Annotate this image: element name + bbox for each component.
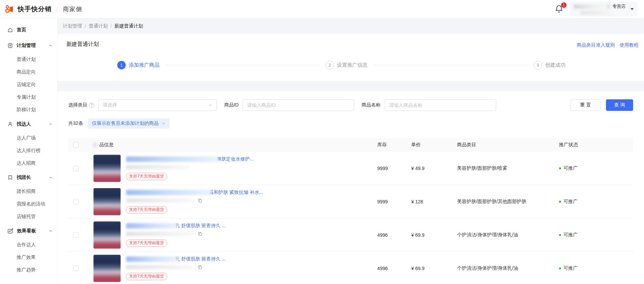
table-header: 品信息 库存 单价 商品类目 推广状态 <box>68 138 633 152</box>
sidebar-item-计划管理[interactable]: 计划管理 <box>0 38 57 53</box>
result-summary-row: 共32条 仅展示在售且未添加计划的商品 <box>68 118 633 129</box>
section-gap <box>57 81 644 91</box>
sidebar-item-效果看板[interactable]: 效果看板 <box>0 223 57 238</box>
sidebar-subitem-推广效果[interactable]: 推广效果 <box>0 251 57 264</box>
table-row: 温和护肤 紧致抗皱 补水...支持7天无理由退货9999¥ 128美容护肤/面部… <box>68 185 633 218</box>
account-menu[interactable]: 专营店 <box>570 2 637 16</box>
step-2-set-promo-info: 2 设置推广信息 <box>326 61 368 69</box>
product-name-input[interactable] <box>385 99 496 111</box>
plan-header-card: 新建普通计划 商品类目准入规则 使用教程 1 添加推广商品 2 设置推广信息 3 <box>57 34 644 81</box>
copy-icon[interactable] <box>198 198 202 203</box>
stock-value: 4996 <box>377 266 411 271</box>
price-value: ¥ 128 <box>411 199 457 204</box>
sidebar-section-3: 找团长团长招商我报名的活动店铺托管 <box>0 170 57 223</box>
home-icon <box>7 27 13 33</box>
step-2-number: 2 <box>326 61 334 69</box>
help-question-icon[interactable]: ? <box>89 103 94 108</box>
product-title-link[interactable]: 乳 舒缓肌肤 留香持久 ... <box>175 223 226 229</box>
category-select[interactable]: 请选择 <box>98 99 217 111</box>
product-title-redacted <box>126 190 211 195</box>
product-title-link[interactable]: 乳 舒缓肌肤 留香持久 ... <box>175 256 226 262</box>
product-info: 温和护肤 紧致抗皱 补水...支持7天无理由退货 <box>126 189 263 214</box>
category-value: 美容护肤/面部护肤/喷雾 <box>457 165 559 171</box>
sidebar-section-2: 找达人达人广场达人排行榜达人招商 <box>0 117 57 169</box>
product-id-input[interactable] <box>243 99 354 111</box>
step-2-label: 设置推广信息 <box>337 62 368 68</box>
sidebar-subitem-推广趋势[interactable]: 推广趋势 <box>0 264 57 276</box>
copy-icon[interactable] <box>198 232 202 236</box>
category-rules-link[interactable]: 商品类目准入规则 <box>577 42 615 48</box>
sidebar-subitem-我报名的活动[interactable]: 我报名的活动 <box>0 198 57 210</box>
product-title-link[interactable]: 爽肤定妆水修护... <box>216 156 254 162</box>
stock-value: 4996 <box>377 232 411 238</box>
breadcrumb: 计划管理 / 普通计划 / 新建普通计划 <box>57 18 644 34</box>
sidebar-subitem-阶梯计划[interactable]: 阶梯计划 <box>0 103 57 116</box>
app-window: 快手快分销 | 商家侧 1 专营店 <box>0 0 644 284</box>
col-stock: 库存 <box>377 142 411 148</box>
product-info: 乳 舒缓肌肤 留香持久 ...支持7天无理由退货 <box>126 223 226 247</box>
sidebar-item-找达人[interactable]: 找达人 <box>0 117 57 132</box>
sidebar-item-label: 找达人 <box>17 121 31 127</box>
sidebar-subitem-达人广场[interactable]: 达人广场 <box>0 132 57 144</box>
sidebar-subitem-商品定向[interactable]: 商品定向 <box>0 66 57 78</box>
stock-value: 9999 <box>377 166 411 171</box>
select-all-checkbox[interactable] <box>73 142 79 148</box>
sidebar-item-首页[interactable]: 首页 <box>0 22 57 37</box>
row-checkbox[interactable] <box>73 266 79 271</box>
product-title-link[interactable]: 温和护肤 紧致抗皱 补水... <box>209 189 263 196</box>
plan-icon <box>7 43 13 48</box>
filter-buttons: 重 置 查 询 <box>571 99 633 111</box>
kuaishou-logo-icon <box>5 4 14 14</box>
sidebar-item-找团长[interactable]: 找团长 <box>0 170 57 185</box>
table-row: 乳 舒缓肌肤 留香持久 ...支持7天无理由退货4996¥ 69.9个护清洁/身… <box>68 218 633 252</box>
breadcrumb-normal-plan[interactable]: 普通计划 <box>89 23 108 29</box>
price-value: ¥ 49.9 <box>411 166 457 171</box>
row-checkbox[interactable] <box>73 166 79 171</box>
product-title-redacted <box>126 256 177 262</box>
header-redacted <box>93 143 99 147</box>
sidebar-subitem-店铺定向[interactable]: 店铺定向 <box>0 78 57 91</box>
status-text: 可推广 <box>563 232 578 238</box>
sidebar-item-label: 计划管理 <box>17 43 36 49</box>
query-button[interactable]: 查 询 <box>606 99 633 111</box>
table-body: 爽肤定妆水修护...支持7天无理由退货9999¥ 49.9美容护肤/面部护肤/喷… <box>68 152 633 284</box>
tutorial-link[interactable]: 使用教程 <box>620 42 639 48</box>
sidebar-subitem-团长招商[interactable]: 团长招商 <box>0 185 57 198</box>
bookmark-icon <box>7 175 13 180</box>
sidebar-subitem-普通计划[interactable]: 普通计划 <box>0 53 57 66</box>
row-checkbox[interactable] <box>73 232 79 238</box>
return-policy-tag: 支持7天无理由退货 <box>126 173 167 180</box>
breadcrumb-plan-management[interactable]: 计划管理 <box>63 23 82 29</box>
step-3-number: 3 <box>534 61 542 69</box>
status-dot-icon <box>559 201 561 203</box>
status-text: 可推广 <box>563 265 578 271</box>
category-value: 美容护肤/面部护肤/其他面部护肤 <box>457 199 559 205</box>
return-policy-tag: 支持7天无理由退货 <box>126 273 167 280</box>
price-value: ¥ 69.9 <box>411 266 457 271</box>
product-image <box>93 155 121 182</box>
reset-button[interactable]: 重 置 <box>571 99 601 111</box>
status-text: 可推广 <box>563 199 578 205</box>
row-checkbox[interactable] <box>73 199 79 204</box>
chart-icon <box>7 228 13 234</box>
product-title-redacted <box>126 223 177 229</box>
category-filter-group: 选择类目 ? 请选择 <box>68 99 217 111</box>
sidebar-subitem-达人排行榜[interactable]: 达人排行榜 <box>0 144 57 157</box>
onsale-filter-chip[interactable]: 仅展示在售且未添加计划的商品 <box>88 118 170 129</box>
topbar-right: 1 专营店 <box>555 2 637 16</box>
account-info: 专营店 <box>574 3 626 15</box>
sidebar-subitem-专属计划[interactable]: 专属计划 <box>0 91 57 103</box>
col-product-info: 品信息 <box>99 142 114 148</box>
product-id-redacted <box>126 198 196 203</box>
stepper-connector <box>166 65 319 65</box>
product-table: 品信息 库存 单价 商品类目 推广状态 爽肤定妆水修护...支持7天无理由退货9… <box>68 138 633 284</box>
chevron-down-icon <box>208 103 212 107</box>
copy-icon[interactable] <box>198 265 202 269</box>
sidebar-subitem-达人招商[interactable]: 达人招商 <box>0 157 57 169</box>
notification-bell-icon[interactable]: 1 <box>555 4 564 14</box>
sidebar-subitem-合作达人[interactable]: 合作达人 <box>0 238 57 251</box>
notification-badge: 1 <box>561 2 567 8</box>
step-1-number: 1 <box>117 61 126 69</box>
sidebar-section-4: 效果看板合作达人推广效果推广趋势 <box>0 223 57 276</box>
sidebar-subitem-店铺托管[interactable]: 店铺托管 <box>0 210 57 223</box>
